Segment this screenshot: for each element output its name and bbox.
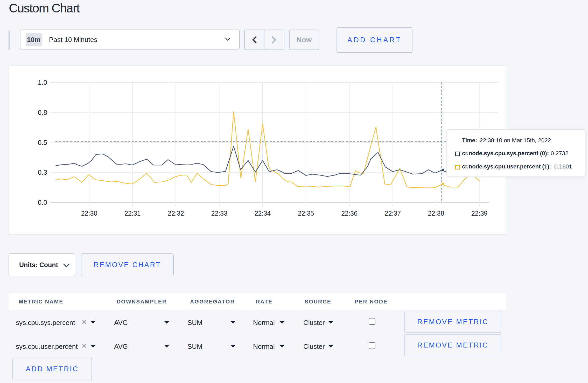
svg-text:0.8: 0.8: [38, 109, 47, 116]
svg-text:22:38: 22:38: [428, 210, 444, 217]
svg-text:22:39: 22:39: [471, 210, 488, 217]
svg-text:1.0: 1.0: [38, 79, 47, 86]
svg-text:22:33: 22:33: [211, 210, 228, 217]
svg-text:22:36: 22:36: [341, 210, 358, 217]
svg-text:22:35: 22:35: [298, 210, 314, 217]
svg-text:22:30: 22:30: [81, 210, 97, 217]
svg-text:22:31: 22:31: [124, 210, 141, 217]
svg-text:22:34: 22:34: [255, 210, 271, 217]
svg-text:0.5: 0.5: [38, 139, 47, 146]
svg-text:0.3: 0.3: [38, 168, 47, 176]
svg-text:22:37: 22:37: [385, 210, 401, 217]
svg-text:0.0: 0.0: [38, 198, 47, 206]
svg-text:22:32: 22:32: [168, 210, 184, 217]
